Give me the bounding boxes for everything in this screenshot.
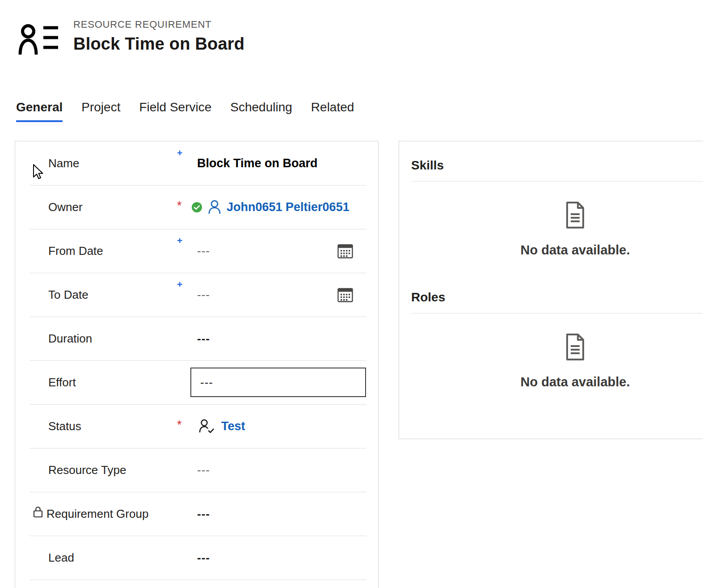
field-row-name[interactable]: Name + Block Time on Board — [15, 141, 378, 185]
requirement-group-label: Requirement Group — [46, 507, 148, 521]
panel-divider — [411, 181, 703, 182]
effort-input[interactable]: --- — [190, 368, 366, 397]
required-marker: * — [177, 418, 192, 432]
page-header: RESOURCE REQUIREMENT Block Time on Board — [18, 19, 244, 56]
status-lookup-icon — [198, 419, 215, 434]
page-title: Block Time on Board — [73, 34, 244, 54]
lock-icon — [33, 506, 43, 520]
from-date-value: --- — [197, 244, 210, 258]
duration-value: --- — [197, 332, 210, 346]
field-row-requirement-group[interactable]: Requirement Group --- — [15, 492, 378, 536]
roles-empty-state: No data available. — [399, 333, 703, 389]
header-text: RESOURCE REQUIREMENT Block Time on Board — [73, 19, 244, 54]
name-value: Block Time on Board — [197, 157, 318, 170]
empty-state-text: No data available. — [399, 375, 703, 389]
resource-type-label: Resource Type — [48, 463, 126, 477]
field-row-owner[interactable]: Owner * John0651 Peltier0651 — [15, 185, 378, 229]
tab-field-service[interactable]: Field Service — [139, 100, 211, 122]
empty-state-text: No data available. — [399, 243, 703, 258]
field-row-to-date[interactable]: To Date + --- — [15, 273, 378, 317]
field-row-from-date[interactable]: From Date + --- — [15, 229, 378, 273]
field-row-status[interactable]: Status * Test — [15, 404, 378, 448]
duration-label: Duration — [48, 332, 92, 346]
field-row-resource-type[interactable]: Resource Type --- — [15, 448, 378, 492]
roles-title: Roles — [411, 290, 445, 305]
field-row-lead[interactable]: Lead --- — [15, 536, 378, 580]
tab-general[interactable]: General — [16, 100, 63, 122]
owner-value: John0651 Peltier0651 — [191, 200, 349, 214]
skills-empty-state: No data available. — [399, 201, 703, 258]
owner-link[interactable]: John0651 Peltier0651 — [227, 200, 349, 214]
tab-scheduling[interactable]: Scheduling — [230, 100, 292, 122]
recommended-marker: + — [177, 148, 192, 158]
presence-available-icon — [191, 202, 202, 213]
form-tab-bar: General Project Field Service Scheduling… — [16, 100, 354, 122]
panel-divider — [411, 313, 703, 313]
field-row-duration[interactable]: Duration --- — [15, 317, 378, 360]
tab-project[interactable]: Project — [81, 100, 120, 122]
owner-person-icon — [208, 200, 221, 214]
to-date-label: To Date — [48, 288, 88, 302]
form-card-bottom-spacer — [15, 580, 378, 588]
field-row-effort[interactable]: Effort --- — [15, 360, 378, 404]
requirement-group-value: --- — [197, 507, 210, 521]
to-date-value: --- — [197, 288, 210, 302]
resource-requirement-icon — [18, 24, 59, 56]
general-form-card: Name + Block Time on Board Owner * — [15, 141, 379, 588]
calendar-icon[interactable] — [337, 287, 353, 302]
tab-related[interactable]: Related — [311, 100, 354, 122]
calendar-icon[interactable] — [337, 243, 353, 258]
required-marker: * — [177, 199, 192, 213]
recommended-marker: + — [177, 279, 192, 290]
status-link[interactable]: Test — [221, 419, 245, 433]
document-icon — [561, 333, 589, 361]
related-panels-card: Skills No data available. Roles — [399, 141, 703, 439]
entity-type-label: RESOURCE REQUIREMENT — [73, 19, 244, 30]
recommended-marker: + — [177, 235, 192, 246]
name-label: Name — [48, 157, 79, 170]
lead-value: --- — [197, 551, 210, 565]
document-icon — [561, 201, 589, 229]
resource-type-value: --- — [197, 463, 210, 477]
from-date-label: From Date — [48, 244, 103, 258]
skills-title: Skills — [411, 158, 444, 173]
lead-label: Lead — [48, 551, 74, 565]
effort-label: Effort — [48, 376, 76, 389]
owner-label: Owner — [48, 200, 83, 214]
status-value: Test — [198, 419, 245, 434]
status-label: Status — [48, 419, 81, 433]
effort-value: --- — [200, 376, 213, 389]
resource-requirement-page: RESOURCE REQUIREMENT Block Time on Board… — [0, 0, 703, 588]
